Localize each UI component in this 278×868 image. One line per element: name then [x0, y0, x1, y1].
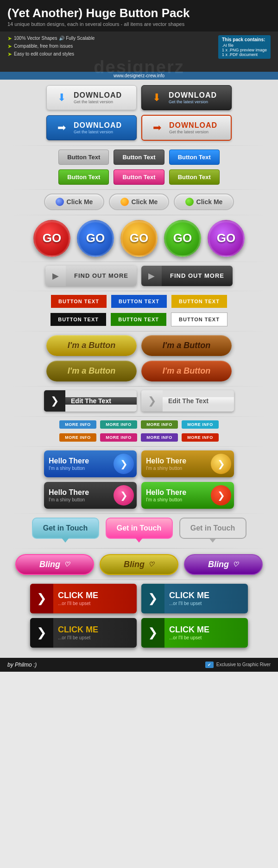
hello-button-green[interactable]: Hello There I'm a shiny button ❯	[141, 482, 234, 509]
footer-author: by Philmo :)	[7, 662, 37, 668]
cm-arrow-green: ❯	[141, 618, 164, 648]
solid-button-outline[interactable]: BUTTON TEXT	[171, 312, 227, 326]
more-info-row-2: MORE INFO MORE INFO MORE INFO MORE INFO	[9, 433, 269, 442]
heart-icon-gold: ♡	[148, 561, 154, 568]
go-button-blue[interactable]: GO	[77, 220, 114, 257]
speech-button-pink-wrap[interactable]: Get in Touch	[106, 518, 173, 539]
hello-button-gold[interactable]: Hello There I'm a shiny button ❯	[141, 450, 234, 477]
click-me-button-green[interactable]: Click Me	[174, 194, 234, 210]
hello-text-gold: Hello There I'm a shiny button	[141, 453, 211, 475]
solid-button-yellow[interactable]: BUTTON TEXT	[171, 295, 227, 308]
pack-contains-title: This pack contains:	[222, 37, 267, 42]
divider-2	[9, 189, 269, 190]
simple-button-green[interactable]: Button Text	[58, 169, 109, 185]
more-info-blue[interactable]: MORE INFO	[59, 420, 96, 429]
bling-button-gold[interactable]: Bling ♡	[100, 554, 178, 575]
download-button-dark[interactable]: ⬇ DOWNLOAD Get the latest version	[141, 85, 232, 110]
more-info-row-1: MORE INFO MORE INFO MORE INFO MORE INFO	[9, 420, 269, 429]
simple-button-gray-1[interactable]: Button Text	[58, 150, 109, 165]
click-me-button-blue[interactable]: Click Me	[44, 194, 104, 210]
click-me-big-dark[interactable]: ❯ CLICK ME ...or I'll be upset	[30, 618, 137, 648]
speech-button-teal-wrap[interactable]: Get in Touch	[32, 518, 99, 539]
solid-btn-row-2: BUTTON TEXT BUTTON TEXT BUTTON TEXT	[9, 312, 269, 326]
go-button-red[interactable]: GO	[33, 220, 70, 257]
more-info-orange[interactable]: MORE INFO	[59, 433, 96, 442]
speech-button-pink[interactable]: Get in Touch	[106, 518, 173, 539]
download-button-silver[interactable]: ➡ DOWNLOAD Get the latest version	[141, 115, 232, 141]
more-info-cyan[interactable]: MORE INFO	[182, 420, 219, 429]
click-me-big-row-1: ❯ CLICK ME ...or I'll be upset ❯ CLICK M…	[9, 584, 269, 613]
find-more-light[interactable]: ▶ FIND OUT MORE	[45, 266, 137, 286]
edit-button-light[interactable]: ❯ Edit The Text	[141, 390, 234, 412]
dot-green	[185, 198, 194, 206]
speech-button-teal[interactable]: Get in Touch	[32, 518, 99, 539]
find-text-light: FIND OUT MORE	[66, 266, 137, 286]
designerz-watermark: designerz	[0, 57, 278, 77]
heart-icon-purple: ♡	[233, 561, 239, 568]
cm-text-red: CLICK ME ...or I'll be upset	[53, 587, 137, 610]
go-button-green[interactable]: GO	[164, 220, 201, 257]
solid-button-red[interactable]: BUTTON TEXT	[51, 295, 107, 308]
cm-arrow-red: ❯	[30, 584, 53, 613]
click-me-big-green[interactable]: ❯ CLICK ME ...or I'll be upset	[141, 618, 248, 648]
click-me-row: Click Me Click Me Click Me	[9, 194, 269, 210]
divider-8	[9, 416, 269, 417]
solid-button-black[interactable]: BUTTON TEXT	[51, 313, 106, 326]
im-button-rust[interactable]: I'm a Button	[141, 361, 232, 381]
click-me-big-red[interactable]: ❯ CLICK ME ...or I'll be upset	[30, 584, 137, 613]
simple-button-pink[interactable]: Button Text	[114, 169, 164, 185]
find-arrow-dark: ▶	[141, 266, 162, 286]
more-info-red[interactable]: MORE INFO	[182, 433, 219, 442]
feature-item-1: ➤ 100% Vector Shapes 🔊 Fully Scalable	[7, 35, 214, 42]
edit-button-dark[interactable]: ❯ Edit The Text	[44, 390, 137, 412]
bling-button-pink[interactable]: Bling ♡	[15, 554, 94, 575]
more-info-teal[interactable]: MORE INFO	[100, 420, 137, 429]
find-more-dark[interactable]: ▶ FIND OUT MORE	[141, 266, 233, 286]
im-button-dark-gold[interactable]: I'm a Button	[46, 361, 137, 381]
go-button-purple[interactable]: GO	[208, 220, 245, 257]
divider-6	[9, 331, 269, 331]
hello-row-1: Hello There I'm a shiny button ❯ Hello T…	[9, 450, 269, 477]
more-info-green[interactable]: MORE INFO	[141, 420, 178, 429]
arrow-icon-1: ➤	[7, 35, 12, 42]
page-title: (Yet Another) Huge Button Pack	[7, 6, 271, 20]
divider-7	[9, 386, 269, 387]
download-text-light: DOWNLOAD Get the latest version	[74, 91, 122, 104]
simple-btn-row-2: Button Text Button Text Button Text	[9, 169, 269, 185]
hello-arrow-blue: ❯	[114, 454, 134, 474]
download-icon-orange: ⬇	[148, 89, 165, 106]
solid-btn-row-1: BUTTON TEXT BUTTON TEXT BUTTON TEXT	[9, 295, 269, 308]
divider-12	[9, 580, 269, 580]
click-me-big-teal[interactable]: ❯ CLICK ME ...or I'll be upset	[141, 584, 248, 613]
hello-button-dark[interactable]: Hello There I'm a shiny button ❯	[44, 482, 137, 509]
divider-3	[9, 215, 269, 215]
more-info-purple[interactable]: MORE INFO	[141, 433, 178, 442]
speech-button-outline-wrap[interactable]: Get in Touch	[179, 518, 246, 539]
simple-button-darkgray[interactable]: Button Text	[114, 150, 164, 165]
speech-button-outline[interactable]: Get in Touch	[179, 518, 246, 539]
hello-button-blue[interactable]: Hello There I'm a shiny button ❯	[44, 450, 137, 477]
solid-button-blue[interactable]: BUTTON TEXT	[111, 295, 167, 308]
im-btn-row-1: I'm a Button I'm a Button	[9, 335, 269, 356]
divider-10	[9, 513, 269, 514]
hello-text-green: Hello There I'm a shiny button	[141, 485, 211, 506]
download-button-light[interactable]: ⬇ DOWNLOAD Get the latest version	[46, 85, 137, 110]
simple-button-blue[interactable]: Button Text	[169, 150, 220, 165]
simple-button-olive[interactable]: Button Text	[169, 169, 220, 185]
im-button-gold[interactable]: I'm a Button	[46, 335, 137, 356]
download-row-2: ➡ DOWNLOAD Get the latest version ➡ DOWN…	[9, 115, 269, 141]
bling-button-purple[interactable]: Bling ♡	[184, 554, 263, 575]
more-info-pink[interactable]: MORE INFO	[100, 433, 137, 442]
im-button-brown[interactable]: I'm a Button	[141, 335, 232, 356]
go-button-gold[interactable]: GO	[120, 220, 158, 257]
find-arrow-light: ▶	[45, 266, 66, 286]
click-me-button-orange[interactable]: Click Me	[109, 194, 169, 210]
hello-arrow-green: ❯	[211, 485, 231, 506]
download-icon-blue: ⬇	[53, 89, 70, 106]
download-button-blue[interactable]: ➡ DOWNLOAD Get the latest version	[46, 115, 137, 140]
footer: by Philmo :) ✔ Exclusive to Graphic Rive…	[0, 658, 278, 672]
speech-row: Get in Touch Get in Touch Get in Touch	[9, 518, 269, 539]
download-text-blue: DOWNLOAD Get the latest version	[74, 121, 122, 134]
solid-button-green[interactable]: BUTTON TEXT	[111, 313, 166, 326]
edit-text-light-label: Edit The Text	[163, 397, 234, 405]
